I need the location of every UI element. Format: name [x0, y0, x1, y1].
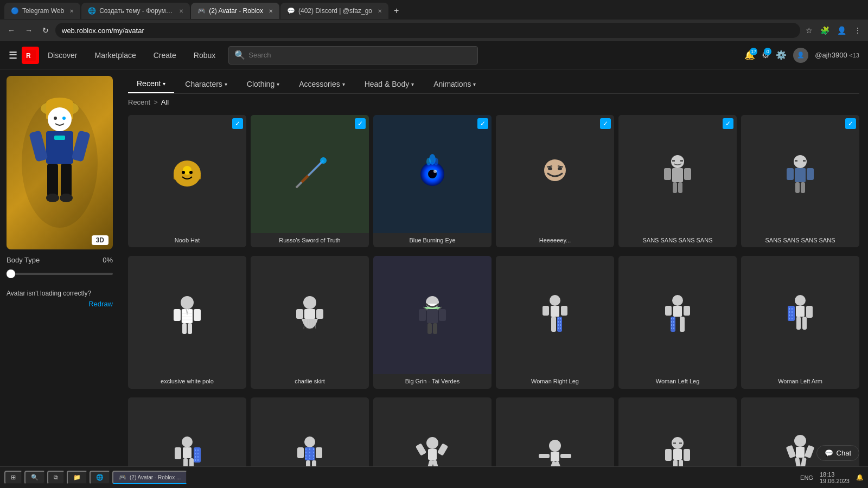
- svg-rect-123: [437, 443, 448, 455]
- svg-rect-74: [427, 309, 438, 323]
- tab-roblox[interactable]: 🎮 (2) Avatar - Roblox ✕: [191, 3, 279, 19]
- item-white-polo[interactable]: exclusive white polo: [128, 256, 246, 388]
- nav-discover[interactable]: Discover: [46, 49, 79, 62]
- item-checkbox-blue-eye[interactable]: ✓: [477, 118, 488, 129]
- taskbar-explorer[interactable]: 📁: [67, 471, 87, 484]
- tab-telegram[interactable]: 🔵 Telegram Web ✕: [4, 3, 80, 19]
- item-sans1[interactable]: ✓ SANS SANS SANS SANS: [618, 115, 737, 247]
- roblox-logo[interactable]: R: [22, 47, 39, 64]
- taskbar-search[interactable]: 🔍: [24, 471, 45, 484]
- search-input[interactable]: [248, 51, 472, 59]
- woman-right-leg-icon: [531, 291, 579, 339]
- settings-button[interactable]: ⚙️: [776, 50, 787, 60]
- breadcrumb-root[interactable]: Recent: [128, 98, 150, 106]
- menu-button[interactable]: ⋮: [852, 24, 864, 37]
- item-sword[interactable]: ✓ Russo's Sword of Truth: [251, 115, 369, 247]
- extensions-button[interactable]: 🧩: [818, 24, 832, 37]
- taskbar-roblox[interactable]: 🎮 (2) Avatar - Roblox ...: [112, 471, 187, 484]
- chat-label: Chat: [837, 449, 851, 457]
- svg-rect-122: [416, 443, 426, 455]
- tab-recent[interactable]: Recent ▾: [128, 75, 174, 93]
- item-heeeeeey[interactable]: ✓ Heeeeeey...: [496, 115, 614, 247]
- sword-icon: [285, 150, 334, 198]
- svg-rect-51: [795, 160, 797, 162]
- new-tab-button[interactable]: +: [390, 4, 403, 18]
- svg-rect-44: [680, 160, 683, 162]
- back-button[interactable]: ←: [4, 24, 18, 37]
- slider-thumb[interactable]: [7, 269, 15, 278]
- nav-marketplace[interactable]: Marketplace: [92, 49, 138, 62]
- svg-rect-90: [684, 306, 690, 316]
- item-woman-right-leg[interactable]: Woman Right Leg: [496, 256, 614, 388]
- nav-create[interactable]: Create: [151, 49, 178, 62]
- slider-track: [7, 273, 113, 275]
- reload-button[interactable]: ↻: [39, 24, 52, 37]
- tab-favicon-telegram: 🔵: [11, 7, 19, 15]
- item-checkbox-sword[interactable]: ✓: [355, 118, 366, 129]
- item-checkbox-heeeeeey[interactable]: ✓: [600, 118, 611, 129]
- tab-close-roblox[interactable]: ✕: [269, 8, 273, 14]
- svg-rect-135: [684, 449, 690, 461]
- item-big-grin[interactable]: Big Grin - Tai Verdes: [373, 256, 492, 388]
- taskbar-task-view[interactable]: ⧉: [47, 471, 65, 484]
- item-image-sword: ✓: [251, 115, 369, 233]
- item-noob-hat[interactable]: ✓ Noob Hat: [128, 115, 246, 247]
- svg-rect-49: [795, 182, 800, 193]
- tab-head-body[interactable]: Head & Body ▾: [356, 75, 423, 93]
- svg-rect-128: [539, 454, 550, 458]
- robux-button[interactable]: ⚙ 0: [762, 50, 769, 60]
- item-charlie-skirt[interactable]: charlie skirt: [251, 256, 369, 388]
- notification-center-icon[interactable]: 🔔: [856, 474, 864, 481]
- tab-animations[interactable]: Animations ▾: [425, 75, 484, 93]
- bookmark-button[interactable]: ☆: [803, 24, 815, 37]
- svg-rect-96: [796, 306, 805, 317]
- tab-close-telegram[interactable]: ✕: [69, 8, 74, 14]
- taskbar-chrome[interactable]: 🌐: [90, 471, 110, 484]
- svg-rect-88: [673, 306, 682, 317]
- tab-clothing[interactable]: Clothing ▾: [238, 75, 288, 93]
- notifications-button[interactable]: 🔔 17: [744, 50, 755, 60]
- content-area: Recent ▾ Characters ▾ Clothing ▾ Accesso…: [119, 69, 868, 488]
- redraw-link[interactable]: Redraw: [7, 300, 113, 308]
- item-blue-eye[interactable]: ✓ Blue Burning Eye: [373, 115, 492, 247]
- svg-rect-81: [542, 306, 549, 316]
- tab-discord[interactable]: 💬 (402) Discord | @sfaz_go ✕: [280, 3, 388, 19]
- item-woman-left-leg[interactable]: Woman Left Leg: [618, 256, 737, 388]
- profile-button[interactable]: 👤: [835, 24, 848, 37]
- tab-title-roblox: (2) Avatar - Roblox: [209, 7, 263, 15]
- svg-point-28: [433, 170, 437, 173]
- roblox-taskbar-icon: 🎮: [119, 474, 126, 481]
- taskbar-start[interactable]: ⊞: [4, 471, 22, 484]
- svg-rect-66: [296, 309, 303, 319]
- item-image-sans2: ✓: [741, 115, 859, 233]
- address-input[interactable]: [55, 23, 800, 38]
- tab-close-forum[interactable]: ✕: [179, 8, 183, 14]
- hamburger-button[interactable]: ☰: [9, 49, 17, 61]
- chat-button[interactable]: 💬 Chat: [816, 445, 859, 461]
- body-type-slider[interactable]: [7, 268, 113, 279]
- svg-rect-50: [801, 182, 805, 193]
- svg-rect-89: [665, 306, 672, 316]
- item-sans2[interactable]: ✓ SANS SANS SANS SANS: [741, 115, 859, 247]
- tab-close-discord[interactable]: ✕: [378, 8, 382, 14]
- item-checkbox-sans2[interactable]: ✓: [845, 118, 856, 129]
- svg-rect-108: [194, 447, 201, 463]
- item-checkbox-sans1[interactable]: ✓: [723, 118, 733, 129]
- search-taskbar-icon: 🔍: [31, 474, 39, 481]
- svg-rect-46: [795, 168, 806, 182]
- svg-rect-56: [194, 309, 201, 321]
- item-name-woman-left-arm: Woman Left Arm: [741, 374, 859, 388]
- svg-rect-67: [316, 309, 323, 319]
- svg-point-79: [550, 295, 560, 306]
- 3d-badge[interactable]: 3D: [92, 235, 108, 245]
- tab-forum[interactable]: 🌐 Создать тему - Форум социал... ✕: [81, 3, 190, 19]
- item-woman-left-arm[interactable]: Woman Left Arm: [741, 256, 859, 388]
- svg-rect-129: [560, 454, 571, 458]
- taskbar-date: 19.06.2023: [820, 478, 850, 484]
- item-checkbox-noob-hat[interactable]: ✓: [232, 118, 243, 129]
- tab-accessories[interactable]: Accessories ▾: [290, 75, 353, 93]
- forward-button[interactable]: →: [22, 24, 36, 37]
- nav-robux[interactable]: Robux: [192, 49, 218, 62]
- tab-favicon-discord: 💬: [287, 7, 295, 15]
- tab-characters[interactable]: Characters ▾: [176, 75, 235, 93]
